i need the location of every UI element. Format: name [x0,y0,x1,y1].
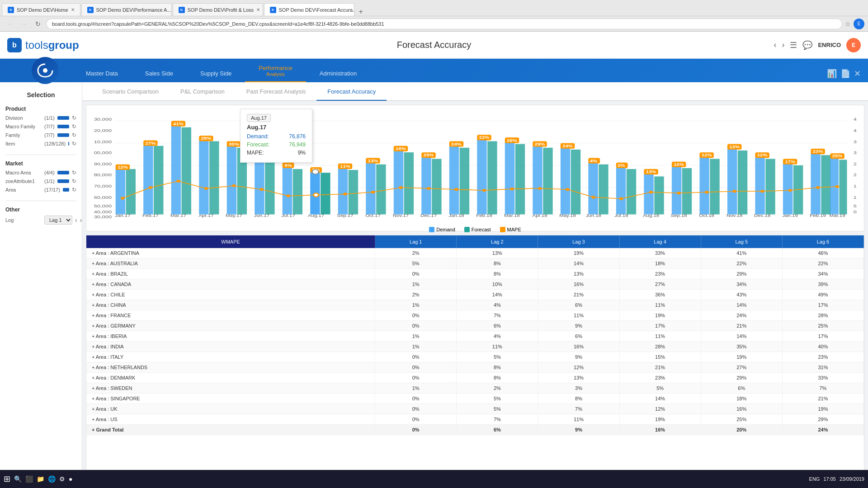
area-value: (17/17) [44,187,60,192]
lag4-cell: 19% [619,414,701,425]
nav-master-data[interactable]: Master Data [72,70,132,82]
table-icon[interactable]: 📄 [840,69,850,79]
area-cell: + Area : BRAZIL [86,269,375,279]
svg-text:23%: 23% [813,150,823,154]
lag1-cell: 0% [375,321,457,331]
profile-button[interactable]: E [854,19,864,29]
start-button[interactable]: ⊞ [4,474,10,484]
lag4-cell: 33% [619,248,701,258]
lag3-cell: 21% [538,290,619,300]
table-row: + Area : SWEDEN 1% 2% 3% 5% 6% 7% [86,383,864,394]
sidebar-title: Selection [0,88,82,104]
tab-4[interactable]: b SOP Demo DEV\Forecast Accura... ✕ [264,3,354,16]
nav-supply-side[interactable]: Supply Side [187,70,245,82]
settings-icon[interactable]: ⚙ [59,475,65,483]
tooltip-forecast-row: Forecast: 76,949 [247,141,306,148]
svg-point-160 [788,189,792,192]
item-refresh-icon[interactable]: ↻ [72,141,76,147]
chat-icon[interactable]: 💬 [802,40,812,50]
area-bar [63,188,69,192]
nav-sales-side[interactable]: Sales Side [132,70,187,82]
macroarea-refresh-icon[interactable]: ↻ [72,169,76,176]
tab-past-forecast[interactable]: Past Forecast Analysis [236,82,317,100]
division-label: Division [5,115,42,121]
search-taskbar-icon[interactable]: 🔍 [14,475,22,483]
tab-forecast-accuracy[interactable]: Forecast Accuracy [316,83,387,101]
svg-text:50,000: 50,000 [94,204,112,208]
svg-rect-69 [404,152,414,214]
family-refresh-icon[interactable]: ↻ [72,132,76,138]
svg-rect-73 [432,159,441,215]
division-value: (1/1) [44,115,55,121]
lag2-cell: 7% [457,310,538,321]
tab-3[interactable]: b SOP Demo DEV\Profit & Loss ✕ [173,3,263,16]
tab-pl-comparison[interactable]: P&L Comparison [170,82,236,100]
table-row: + Area : GERMANY 0% 6% 9% 17% 21% 25% [86,321,864,331]
log-next-icon[interactable]: › [80,216,82,224]
log-row: Log Lag 1 ‹ › [5,216,76,225]
legend-demand-color [429,227,434,232]
chart-icon[interactable]: 📊 [827,69,837,79]
reload-button[interactable]: ↻ [33,19,43,28]
macrofamily-label: Macro Family [5,124,42,129]
tab-close-1[interactable]: ✕ [71,7,75,12]
close-nav-icon[interactable]: ✕ [854,69,861,79]
chrome-icon[interactable]: ● [69,475,72,483]
svg-rect-80 [477,139,486,214]
svg-rect-112 [699,157,709,214]
task-view-icon[interactable]: ⬛ [25,475,33,483]
nav-administration[interactable]: Administration [306,70,370,82]
avatar[interactable]: E [846,38,861,52]
browser-taskbar-icon[interactable]: 🌐 [48,475,56,483]
nav-performance-analysis[interactable]: Performance Analysis [245,65,306,82]
tab-2[interactable]: b SOP Demo DEV\Performance A... ✕ [81,3,172,16]
svg-point-157 [705,191,709,193]
svg-point-150 [510,188,514,190]
lag3-cell: 9% [538,321,619,331]
svg-text:25%: 25% [854,162,857,166]
area-cell: + Area : CHINA [86,300,375,310]
macrofamily-refresh-icon[interactable]: ↻ [72,123,76,130]
item-value: (128/128) [44,141,66,146]
log-select[interactable]: Lag 1 [44,216,72,225]
log-prev-icon[interactable]: ‹ [75,216,77,224]
menu-icon[interactable]: ☰ [790,40,797,50]
svg-text:Apr.18: Apr.18 [533,213,548,217]
svg-rect-88 [533,146,542,215]
svg-point-137 [149,186,153,189]
file-explorer-icon[interactable]: 📁 [37,475,44,483]
zoeattr-refresh-icon[interactable]: ↻ [72,178,76,184]
svg-point-140 [232,184,236,187]
bookmark-button[interactable]: ☆ [845,20,851,28]
lag6-cell: 34% [782,269,863,279]
svg-text:Jan.17: Jan.17 [115,213,131,217]
chevron-left-icon[interactable]: ‹ [774,40,776,50]
tab-1[interactable]: b SOP Demo DEV\Home ✕ [2,3,80,16]
tab-scenario-comparison[interactable]: Scenario Comparison [91,82,170,100]
division-refresh-icon[interactable]: ↻ [72,115,76,121]
lag5-cell: 25% [701,414,782,425]
area-refresh-icon[interactable]: ↻ [72,187,76,193]
back-button[interactable]: ← [4,19,15,28]
table-row: + Area : CHINA 1% 4% 6% 11% 14% 17% [86,300,864,310]
lag2-cell: 5% [457,394,538,404]
lag1-cell: 0% [375,394,457,404]
lag1-cell: 0% [375,352,457,362]
lag5-cell: 14% [701,331,782,342]
svg-rect-81 [487,141,497,215]
logo-b-icon: b [7,38,22,52]
lag6-cell: 22% [782,258,863,269]
tab-close-3[interactable]: ✕ [256,7,260,12]
new-tab-button[interactable]: + [355,8,367,16]
chevron-right-icon[interactable]: › [782,40,784,50]
lag4-cell: 18% [619,258,701,269]
address-input[interactable] [46,19,842,29]
legend-mape-label: MAPE [507,227,521,232]
svg-point-156 [677,192,681,194]
svg-text:27%: 27% [145,141,156,145]
forward-button[interactable]: → [18,19,30,28]
sidebar-item-row: Item (128/128) ↻ [5,141,76,147]
lag6-cell: 31% [782,362,863,373]
svg-text:22%: 22% [479,136,490,140]
macroarea-value: (4/4) [44,170,55,175]
